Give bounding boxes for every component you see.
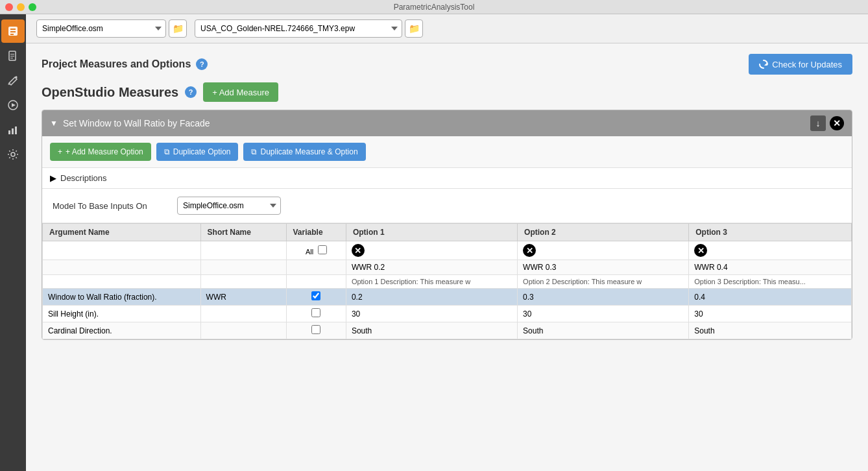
measure-header-right: ↓ ✕ xyxy=(810,115,844,131)
model-base-select[interactable]: SimpleOffice.osm xyxy=(177,197,281,215)
duplicate-option-button[interactable]: ⧉ Duplicate Option xyxy=(156,143,239,161)
opt1-val-cell: 30 xyxy=(346,306,517,322)
delete-option3-button[interactable]: ✕ xyxy=(694,244,707,257)
opt1-delete-cell: ✕ xyxy=(346,241,517,260)
sidebar-item-settings[interactable] xyxy=(1,143,25,166)
svg-rect-6 xyxy=(10,56,14,56)
copy2-icon: ⧉ xyxy=(251,147,257,156)
opt3-name-cell: WWR 0.4 xyxy=(689,260,852,275)
descriptions-row[interactable]: ▶ Descriptions xyxy=(42,168,852,189)
sidebar-item-measures[interactable] xyxy=(1,19,25,43)
variable-all-cell: All xyxy=(286,241,346,260)
svg-point-13 xyxy=(11,152,15,156)
opt2-val-cell: 0.3 xyxy=(518,289,689,306)
svg-rect-5 xyxy=(10,54,14,54)
remove-measure-button[interactable]: ✕ xyxy=(830,116,844,130)
delete-option1-button[interactable]: ✕ xyxy=(352,244,365,257)
measure-block: ▼ Set Window to Wall Ratio by Facade ↓ ✕… xyxy=(42,110,852,340)
epw-file-select: USA_CO_Golden-NREL.724666_TMY3.epw 📁 xyxy=(195,19,423,38)
opt3-delete-cell: ✕ xyxy=(689,241,852,260)
col-variable: Variable xyxy=(286,224,346,241)
table-row: WWR 0.2 WWR 0.3 WWR 0.4 xyxy=(43,260,852,275)
sidebar xyxy=(0,14,26,471)
svg-rect-7 xyxy=(10,58,13,58)
opt3-val-cell: South xyxy=(689,322,852,339)
sidebar-item-results[interactable] xyxy=(1,118,25,141)
short-name-cell xyxy=(200,306,286,322)
variable-cell xyxy=(286,322,346,339)
os-measures-header: OpenStudio Measures ? + Add Measure xyxy=(42,82,852,102)
check-updates-button[interactable]: Check for Updates xyxy=(749,54,852,75)
arg-name-cell: Cardinal Direction. xyxy=(43,322,201,339)
epw-folder-button[interactable]: 📁 xyxy=(405,19,423,38)
opt3-val-cell: 0.4 xyxy=(689,289,852,306)
osm-dropdown[interactable]: SimpleOffice.osm xyxy=(36,19,166,38)
delete-option2-button[interactable]: ✕ xyxy=(523,244,536,257)
arg-name-cell xyxy=(43,275,201,289)
measure-header-left: ▼ Set Window to Wall Ratio by Facade xyxy=(50,118,210,128)
topbar: SimpleOffice.osm 📁 USA_CO_Golden-NREL.72… xyxy=(26,14,868,43)
model-base-label: Model To Base Inputs On xyxy=(53,201,169,211)
short-name-cell xyxy=(200,322,286,339)
os-measures-title: OpenStudio Measures xyxy=(42,85,178,100)
titlebar: ParametricAnalysisTool xyxy=(0,0,868,14)
svg-rect-1 xyxy=(10,29,16,30)
opt3-val-cell: 30 xyxy=(689,306,852,322)
sill-variable-checkbox[interactable] xyxy=(311,308,320,317)
direction-variable-checkbox[interactable] xyxy=(311,325,320,334)
window-controls[interactable] xyxy=(5,3,36,11)
window-title: ParametricAnalysisTool xyxy=(394,3,475,12)
chevron-right-icon: ▶ xyxy=(50,173,56,183)
col-short-name: Short Name xyxy=(200,224,286,241)
short-name-cell xyxy=(200,275,286,289)
move-down-button[interactable]: ↓ xyxy=(810,115,826,131)
variable-cell xyxy=(286,275,346,289)
opt2-val-cell: 30 xyxy=(518,306,689,322)
add-measure-button[interactable]: + Add Measure xyxy=(203,82,278,102)
table-row: Cardinal Direction. South South South xyxy=(43,322,852,339)
opt2-delete-cell: ✕ xyxy=(518,241,689,260)
all-label: All xyxy=(306,248,313,256)
arg-name-cell xyxy=(43,241,201,260)
all-checkbox[interactable] xyxy=(318,245,327,254)
main-content: Project Measures and Options ? Check for… xyxy=(26,43,868,471)
osm-file-select: SimpleOffice.osm 📁 xyxy=(36,19,187,38)
maximize-button[interactable] xyxy=(29,3,36,11)
arg-name-cell: Window to Wall Ratio (fraction). xyxy=(43,289,201,306)
table-header-row: Argument Name Short Name Variable Option… xyxy=(43,224,852,241)
copy-icon: ⧉ xyxy=(164,147,170,156)
short-name-cell xyxy=(200,241,286,260)
sidebar-item-edit[interactable] xyxy=(1,69,25,92)
opt1-val-cell: South xyxy=(346,322,517,339)
minimize-button[interactable] xyxy=(17,3,25,11)
project-measures-section: Project Measures and Options ? Check for… xyxy=(42,54,852,75)
sidebar-item-files[interactable] xyxy=(1,44,25,67)
col-option-3: Option 3 xyxy=(689,224,852,241)
plus-icon: + xyxy=(58,147,62,156)
svg-rect-11 xyxy=(12,128,14,134)
opt1-val-cell: 0.2 xyxy=(346,289,517,306)
project-measures-help[interactable]: ? xyxy=(196,58,208,70)
svg-marker-9 xyxy=(12,103,16,107)
svg-rect-12 xyxy=(15,127,17,134)
col-argument-name: Argument Name xyxy=(43,224,201,241)
svg-rect-3 xyxy=(10,34,14,35)
opt2-name-cell: WWR 0.3 xyxy=(518,260,689,275)
sidebar-item-run[interactable] xyxy=(1,93,25,117)
arg-name-cell: Sill Height (in). xyxy=(43,306,201,322)
measure-name: Set Window to Wall Ratio by Facade xyxy=(63,118,210,128)
variable-cell xyxy=(286,260,346,275)
variable-cell xyxy=(286,306,346,322)
arguments-table-wrapper: Argument Name Short Name Variable Option… xyxy=(42,223,852,339)
chevron-down-icon: ▼ xyxy=(50,119,58,128)
duplicate-measure-option-button[interactable]: ⧉ Duplicate Measure & Option xyxy=(243,143,365,161)
wwr-variable-checkbox[interactable] xyxy=(311,291,320,300)
osm-folder-button[interactable]: 📁 xyxy=(169,19,187,38)
close-button[interactable] xyxy=(5,3,13,11)
add-measure-option-button[interactable]: + + Add Measure Option xyxy=(50,143,151,161)
os-measures-help[interactable]: ? xyxy=(185,86,197,98)
col-option-2: Option 2 xyxy=(518,224,689,241)
arg-name-cell xyxy=(43,260,201,275)
epw-dropdown[interactable]: USA_CO_Golden-NREL.724666_TMY3.epw xyxy=(195,19,402,38)
content-area: SimpleOffice.osm 📁 USA_CO_Golden-NREL.72… xyxy=(26,14,868,471)
